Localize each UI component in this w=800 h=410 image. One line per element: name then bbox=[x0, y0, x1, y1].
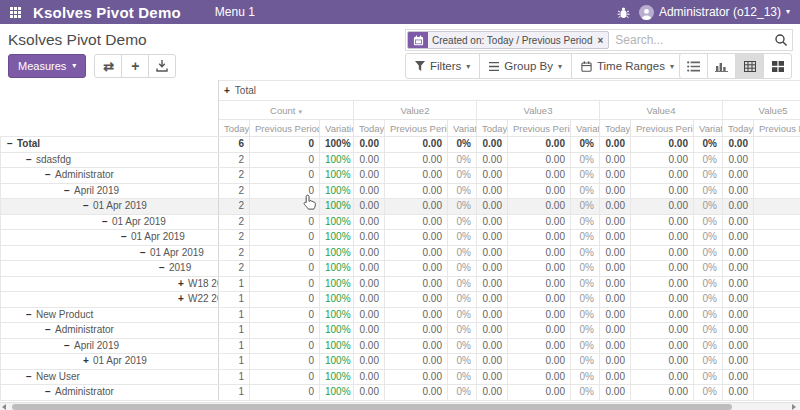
pivot-cell[interactable]: 0.00 bbox=[354, 369, 385, 385]
pivot-row-header[interactable]: −01 Apr 2019 bbox=[1, 245, 219, 261]
pivot-cell[interactable]: 0.00 bbox=[354, 323, 385, 339]
pivot-cell[interactable]: 0.00 bbox=[385, 183, 448, 199]
view-chart-button[interactable] bbox=[707, 53, 736, 79]
view-list-button[interactable] bbox=[679, 53, 708, 79]
search-icon[interactable] bbox=[774, 33, 788, 47]
pivot-cell[interactable]: 0.00 bbox=[600, 230, 631, 246]
pivot-cell[interactable]: 0 bbox=[250, 199, 320, 215]
pivot-cell[interactable]: 0% bbox=[448, 199, 477, 215]
pivot-cell[interactable]: 0.00 bbox=[354, 245, 385, 261]
pivot-subcolumn-header[interactable]: Today bbox=[723, 120, 754, 137]
pivot-cell[interactable]: 0.00 bbox=[354, 261, 385, 277]
pivot-cell[interactable]: 100% bbox=[320, 338, 354, 354]
pivot-cell[interactable]: 0.00 bbox=[508, 307, 571, 323]
pivot-cell[interactable]: 0.00 bbox=[354, 199, 385, 215]
pivot-cell[interactable]: 6 bbox=[219, 137, 250, 153]
pivot-cell[interactable]: 2 bbox=[219, 214, 250, 230]
pivot-cell[interactable]: 0.00 bbox=[600, 199, 631, 215]
pivot-cell[interactable]: 100% bbox=[320, 245, 354, 261]
pivot-cell[interactable]: 0.00 bbox=[723, 354, 754, 370]
pivot-subcolumn-header[interactable]: Today bbox=[354, 120, 385, 137]
pivot-subcolumn-header[interactable]: Previous Period bbox=[631, 120, 694, 137]
pivot-cell[interactable]: 0% bbox=[448, 307, 477, 323]
pivot-measure-header[interactable]: Value4 bbox=[600, 101, 723, 120]
pivot-cell[interactable]: 0.00 bbox=[477, 214, 508, 230]
pivot-cell[interactable]: 0.00 bbox=[508, 385, 571, 401]
pivot-cell[interactable]: 100% bbox=[320, 385, 354, 401]
pivot-cell[interactable]: 0.00 bbox=[385, 214, 448, 230]
pivot-cell[interactable]: 1 bbox=[219, 369, 250, 385]
pivot-cell[interactable]: 0% bbox=[694, 230, 723, 246]
pivot-cell[interactable]: 0.00 bbox=[508, 214, 571, 230]
pivot-cell[interactable]: 0% bbox=[694, 338, 723, 354]
pivot-cell[interactable]: 0% bbox=[448, 152, 477, 168]
pivot-cell[interactable]: 0.00 bbox=[354, 168, 385, 184]
pivot-cell[interactable]: 0% bbox=[571, 183, 600, 199]
pivot-measure-header[interactable]: Value2 bbox=[354, 101, 477, 120]
pivot-cell[interactable]: 0% bbox=[571, 137, 600, 153]
pivot-cell[interactable]: 1 bbox=[219, 385, 250, 401]
pivot-cell[interactable]: 0.00 bbox=[631, 261, 694, 277]
pivot-cell[interactable]: 0% bbox=[448, 137, 477, 153]
pivot-cell[interactable]: 0% bbox=[694, 183, 723, 199]
pivot-cell[interactable]: 2 bbox=[219, 245, 250, 261]
pivot-cell[interactable]: 2 bbox=[219, 168, 250, 184]
pivot-cell[interactable]: 0.00 bbox=[354, 354, 385, 370]
pivot-cell[interactable]: 1 bbox=[219, 338, 250, 354]
flip-axis-button[interactable]: ⇄ bbox=[94, 54, 122, 78]
pivot-cell[interactable]: 0.00 bbox=[354, 276, 385, 292]
pivot-cell[interactable]: 0.00 bbox=[385, 292, 448, 308]
pivot-cell[interactable]: 0.00 bbox=[477, 354, 508, 370]
pivot-cell[interactable]: 0.00 bbox=[385, 276, 448, 292]
pivot-cell[interactable]: 0.00 bbox=[631, 230, 694, 246]
pivot-cell[interactable]: 0% bbox=[448, 292, 477, 308]
pivot-subcolumn-header[interactable]: Today bbox=[477, 120, 508, 137]
pivot-cell[interactable]: 0.00 bbox=[477, 307, 508, 323]
pivot-cell[interactable]: 0.00 bbox=[477, 230, 508, 246]
pivot-cell[interactable]: 0 bbox=[250, 261, 320, 277]
pivot-row-header[interactable]: −April 2019 bbox=[1, 183, 219, 199]
pivot-cell[interactable]: 0.00 bbox=[631, 307, 694, 323]
collapse-icon[interactable]: − bbox=[26, 370, 36, 385]
pivot-cell[interactable]: 0.00 bbox=[723, 323, 754, 339]
pivot-cell[interactable]: 0.00 bbox=[354, 338, 385, 354]
pivot-cell[interactable]: 100% bbox=[320, 276, 354, 292]
pivot-cell[interactable]: 0% bbox=[694, 168, 723, 184]
pivot-cell[interactable]: 0% bbox=[571, 168, 600, 184]
pivot-cell[interactable]: 0 bbox=[250, 307, 320, 323]
pivot-row-header[interactable]: −New Product bbox=[1, 307, 219, 323]
pivot-cell[interactable]: 0.00 bbox=[600, 261, 631, 277]
pivot-cell[interactable]: 0.00 bbox=[508, 168, 571, 184]
pivot-subcolumn-header[interactable]: Today bbox=[219, 120, 250, 137]
pivot-cell[interactable]: 0.00 bbox=[631, 152, 694, 168]
pivot-cell[interactable]: 0.00 bbox=[723, 292, 754, 308]
pivot-cell[interactable]: 0 bbox=[250, 152, 320, 168]
pivot-cell[interactable]: 0.00 bbox=[477, 338, 508, 354]
pivot-cell[interactable]: 0.00 bbox=[508, 323, 571, 339]
pivot-cell[interactable]: 0.00 bbox=[385, 230, 448, 246]
pivot-cell[interactable]: 0.00 bbox=[600, 214, 631, 230]
pivot-row-header[interactable]: −01 Apr 2019 bbox=[1, 199, 219, 215]
pivot-subcolumn-header[interactable]: Previous Period bbox=[754, 120, 800, 137]
pivot-cell[interactable]: 0.00 bbox=[508, 292, 571, 308]
pivot-row-header[interactable]: −New User bbox=[1, 369, 219, 385]
pivot-row-header[interactable]: −Total bbox=[1, 137, 219, 153]
pivot-cell[interactable]: 0% bbox=[694, 354, 723, 370]
pivot-cell[interactable]: 0% bbox=[571, 261, 600, 277]
pivot-cell[interactable]: 0% bbox=[571, 323, 600, 339]
user-menu[interactable]: Administrator (o12_13) ▾ bbox=[639, 5, 790, 20]
pivot-row-header[interactable]: −Administrator bbox=[1, 168, 219, 184]
pivot-cell[interactable]: 0.00 bbox=[385, 385, 448, 401]
pivot-cell[interactable]: 0% bbox=[694, 152, 723, 168]
pivot-cell[interactable]: 100% bbox=[320, 168, 354, 184]
pivot-row-header[interactable]: −sdasfdg bbox=[1, 152, 219, 168]
scroll-right-arrow[interactable] bbox=[792, 404, 796, 410]
pivot-cell[interactable]: 0 bbox=[250, 230, 320, 246]
pivot-cell[interactable]: 0.00 bbox=[477, 276, 508, 292]
pivot-cell[interactable]: 0.00 bbox=[723, 199, 754, 215]
pivot-cell[interactable]: 0% bbox=[571, 369, 600, 385]
pivot-cell[interactable]: 0.00 bbox=[477, 183, 508, 199]
pivot-cell[interactable]: 0.00 bbox=[477, 385, 508, 401]
pivot-cell[interactable]: 0% bbox=[571, 338, 600, 354]
pivot-cell[interactable]: 0.00 bbox=[723, 152, 754, 168]
